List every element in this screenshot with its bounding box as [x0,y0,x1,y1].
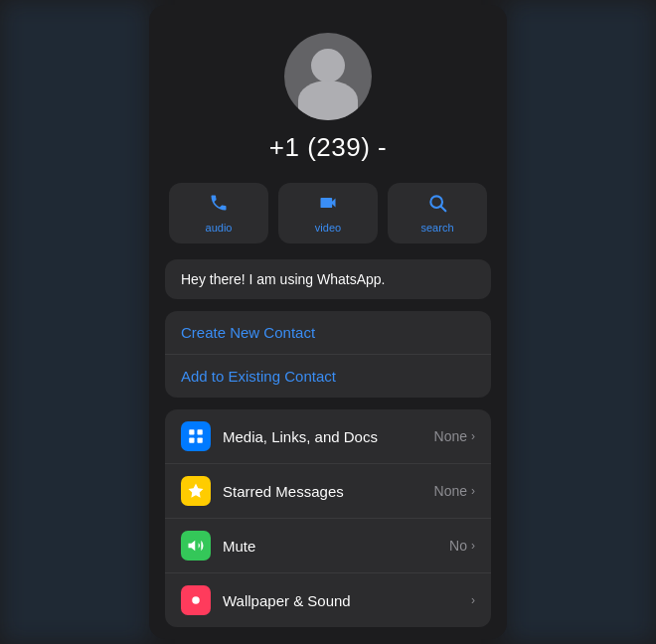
phone-number: +1 (239) - [269,132,387,163]
mute-label: Mute [223,538,437,555]
video-label: video [315,222,341,234]
starred-chevron: › [471,484,475,498]
starred-label: Starred Messages [223,483,422,500]
avatar-body [298,80,358,120]
svg-marker-7 [189,541,196,552]
svg-rect-4 [189,438,194,443]
audio-icon [209,193,229,218]
svg-rect-5 [198,438,203,443]
video-call-button[interactable]: video [278,183,378,243]
search-icon [427,193,447,218]
audio-call-button[interactable]: audio [169,183,268,243]
video-icon [318,193,338,218]
svg-line-16 [201,594,202,595]
info-list-section: Media, Links, and Docs None › Starred Me… [149,409,507,639]
media-chevron: › [471,429,475,443]
svg-rect-2 [189,429,194,434]
contact-detail-modal: +1 (239) - audio video [149,5,507,639]
status-message: Hey there! I am using WhatsApp. [165,259,491,299]
mute-value: No › [449,538,475,554]
svg-line-15 [190,605,191,606]
mute-chevron: › [471,539,475,553]
action-buttons-row: audio video search [149,183,507,259]
starred-value: None › [434,483,475,499]
media-links-docs-item[interactable]: Media, Links, and Docs None › [165,409,491,464]
create-new-contact-button[interactable]: Create New Contact [165,311,491,355]
avatar [284,33,372,120]
wallpaper-value: › [467,593,475,607]
search-label: search [420,222,453,234]
wallpaper-chevron: › [471,593,475,607]
wallpaper-icon [181,585,211,615]
wallpaper-label: Wallpaper & Sound [223,592,455,609]
svg-line-1 [441,207,446,212]
starred-icon [181,476,211,506]
audio-label: audio [206,222,233,234]
svg-line-12 [201,605,202,606]
media-label: Media, Links, and Docs [223,428,422,445]
search-button[interactable]: search [388,183,487,243]
contact-actions-box: Create New Contact Add to Existing Conta… [165,311,491,398]
status-section: Hey there! I am using WhatsApp. [149,259,507,311]
svg-line-11 [190,594,191,595]
svg-point-8 [192,596,200,604]
avatar-head [311,49,345,82]
info-list-box: Media, Links, and Docs None › Starred Me… [165,409,491,627]
media-icon [181,421,211,451]
mute-icon [181,531,211,561]
starred-messages-item[interactable]: Starred Messages None › [165,464,491,519]
media-value: None › [434,428,475,444]
avatar-section: +1 (239) - [149,5,507,183]
avatar-figure [284,33,372,120]
svg-marker-6 [189,484,204,498]
contact-actions-section: Create New Contact Add to Existing Conta… [149,311,507,409]
add-to-existing-contact-button[interactable]: Add to Existing Contact [165,355,491,398]
mute-item[interactable]: Mute No › [165,519,491,573]
wallpaper-item[interactable]: Wallpaper & Sound › [165,573,491,627]
svg-rect-3 [198,429,203,434]
